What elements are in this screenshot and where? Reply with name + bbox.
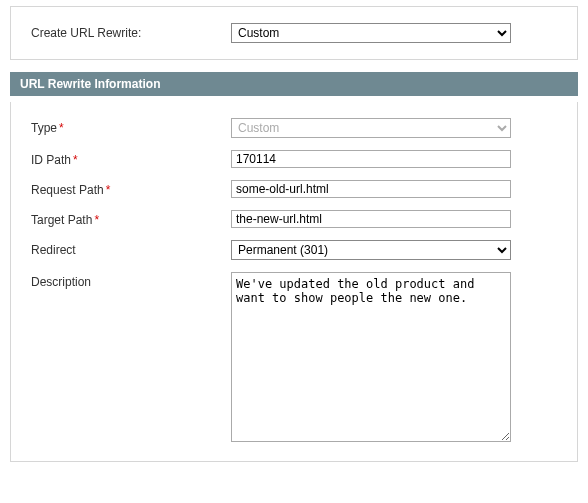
target-path-label: Target Path* (31, 210, 231, 227)
type-select: Custom (231, 118, 511, 138)
create-url-rewrite-label: Create URL Rewrite: (31, 23, 231, 40)
request-path-input[interactable] (231, 180, 511, 198)
create-url-rewrite-panel: Create URL Rewrite: Custom (10, 6, 578, 60)
description-label: Description (31, 272, 231, 289)
redirect-select[interactable]: Permanent (301) (231, 240, 511, 260)
type-label: Type* (31, 118, 231, 135)
description-textarea[interactable] (231, 272, 511, 442)
url-rewrite-form-panel: Type* Custom ID Path* Request Path* (10, 102, 578, 462)
section-header-url-rewrite-info: URL Rewrite Information (10, 72, 578, 96)
id-path-label: ID Path* (31, 150, 231, 167)
create-url-rewrite-select[interactable]: Custom (231, 23, 511, 43)
target-path-input[interactable] (231, 210, 511, 228)
redirect-label: Redirect (31, 240, 231, 257)
id-path-input[interactable] (231, 150, 511, 168)
request-path-label: Request Path* (31, 180, 231, 197)
